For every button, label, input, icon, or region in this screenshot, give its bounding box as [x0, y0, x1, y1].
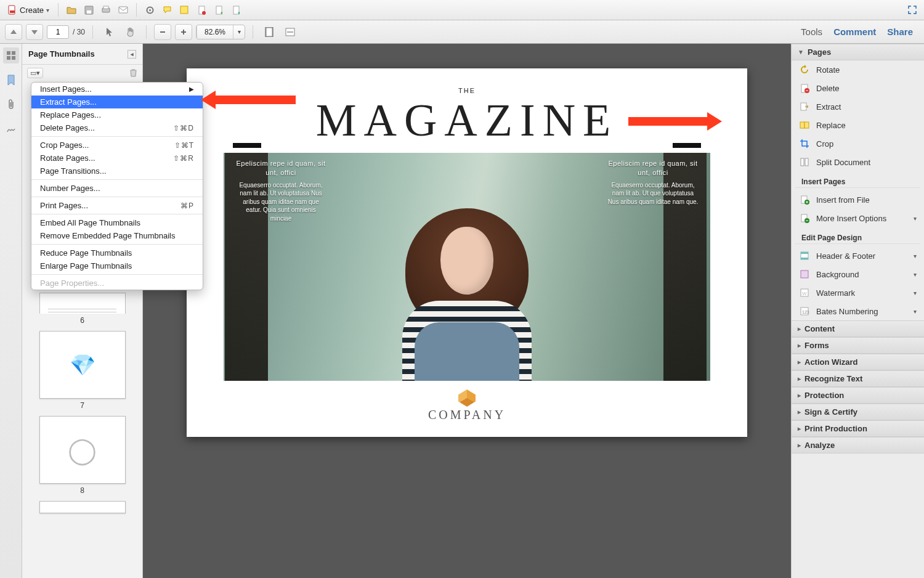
fit-page-button[interactable] [261, 24, 278, 40]
svg-rect-3 [87, 10, 91, 14]
context-menu-item[interactable]: Print Pages...⌘P [31, 199, 203, 212]
tools-item-label: Split Document [816, 158, 870, 167]
tools-item-label: Delete [816, 84, 840, 93]
disclosure-triangle-icon: ▸ [798, 359, 801, 365]
note-button[interactable] [176, 2, 192, 18]
context-menu-item[interactable]: Delete Pages...⇧⌘D [31, 121, 203, 134]
tools-item-label: Insert from File [816, 195, 870, 205]
signatures-tab-icon[interactable] [3, 121, 19, 137]
page-up-button[interactable] [5, 24, 22, 40]
annotation-arrow-left [201, 93, 296, 107]
bookmark-tab-icon[interactable] [3, 72, 19, 88]
tools-item-headerfooter[interactable]: Header & Footer▾ [792, 246, 924, 265]
collapsed-section-header[interactable]: ▸Forms [792, 337, 924, 354]
select-tool-button[interactable] [100, 24, 118, 40]
tools-item-rotate[interactable]: Rotate [792, 60, 924, 79]
collapsed-section-header[interactable]: ▸Action Wizard [792, 354, 924, 370]
tools-item-label: Crop [816, 139, 833, 149]
thumbnail-options-button[interactable]: ▭▾ [27, 68, 43, 78]
context-menu-item[interactable]: Extract Pages... [31, 96, 203, 108]
thumbnails-tab-icon[interactable] [3, 47, 19, 63]
zoom-out-button[interactable] [154, 24, 171, 40]
tools-item-label: Bates Numbering [816, 307, 878, 316]
context-menu-item[interactable]: Replace Pages... [31, 108, 203, 121]
tools-item-label: More Insert Options [816, 214, 886, 223]
disclosure-triangle-icon: ▸ [798, 409, 801, 415]
tab-share[interactable]: Share [887, 26, 913, 37]
svg-rect-23 [12, 56, 15, 60]
page-number-input[interactable] [47, 25, 69, 39]
collapsed-section-header[interactable]: ▸Content [792, 320, 924, 337]
delete-page-button[interactable] [193, 2, 209, 18]
tools-item-split[interactable]: Split Document [792, 153, 924, 171]
context-menu-item[interactable]: Enlarge Page Thumbnails [31, 259, 203, 272]
caret-down-icon: ▾ [233, 28, 245, 35]
context-menu-item[interactable]: Reduce Page Thumbnails [31, 246, 203, 259]
add-page-button[interactable] [211, 2, 227, 18]
headerfooter-icon [799, 250, 810, 261]
context-menu-item[interactable]: Insert Pages...▶ [31, 83, 203, 96]
print-button[interactable] [98, 2, 114, 18]
context-menu-item[interactable]: Page Transitions... [31, 165, 203, 177]
collapsed-section-header[interactable]: ▸Analyze [792, 437, 924, 454]
save-button[interactable] [81, 2, 97, 18]
thumbnail-item[interactable] [39, 501, 126, 513]
tools-item-background[interactable]: Background▾ [792, 265, 924, 283]
svg-text:123: 123 [802, 310, 809, 314]
section-title: Recognize Text [804, 374, 862, 383]
tools-item-delete[interactable]: Delete [792, 79, 924, 97]
tools-item-replace[interactable]: Replace [792, 116, 924, 134]
collapsed-section-header[interactable]: ▸Protection [792, 387, 924, 404]
page-down-button[interactable] [26, 24, 43, 40]
thumbnail-item[interactable]: 6 [39, 293, 126, 325]
thumbnail-item[interactable]: ◯ 8 [39, 416, 126, 495]
comment-bubble-button[interactable] [159, 2, 175, 18]
tab-tools[interactable]: Tools [801, 26, 822, 37]
context-menu-item[interactable]: Number Pages... [31, 182, 203, 195]
thumbnails-title: Page Thumbnails [28, 49, 95, 59]
context-menu-item[interactable]: Rotate Pages...⇧⌘R [31, 152, 203, 165]
tools-item-extract[interactable]: Extract [792, 97, 924, 116]
zoom-in-button[interactable] [175, 24, 192, 40]
tools-item-insert_file[interactable]: Insert from File [792, 190, 924, 209]
hand-tool-button[interactable] [121, 24, 139, 40]
magazine-the: THE [458, 87, 476, 94]
zoom-dropdown[interactable]: 82.6% ▾ [196, 25, 245, 39]
svg-rect-39 [801, 271, 808, 278]
section-pages-header[interactable]: ▼Pages [792, 44, 924, 60]
section-title: Pages [808, 47, 831, 57]
section-title: Forms [804, 341, 829, 350]
collapsed-section-header[interactable]: ▸Recognize Text [792, 370, 924, 387]
attachment-tab-icon[interactable] [3, 97, 19, 113]
section-title: Protection [804, 391, 844, 400]
create-dropdown[interactable]: Create ▾ [4, 4, 53, 16]
toolbar-separator [136, 3, 137, 17]
insert_file-icon [799, 194, 810, 205]
collapsed-section-header[interactable]: ▸Print Production [792, 420, 924, 437]
open-button[interactable] [63, 2, 79, 18]
fullscreen-button[interactable] [904, 2, 920, 18]
chevron-down-icon: ▾ [914, 215, 917, 222]
tools-item-bates[interactable]: 123Bates Numbering▾ [792, 302, 924, 320]
hero-text-heading: Epeliscim repe id quam, sit unt, offici [235, 159, 327, 177]
svg-rect-31 [805, 158, 808, 166]
edit-design-label: Edit Page Design [795, 230, 920, 244]
export-page-button[interactable] [228, 2, 244, 18]
context-menu-item[interactable]: Crop Pages...⇧⌘T [31, 139, 203, 152]
email-button[interactable] [115, 2, 131, 18]
context-menu-item[interactable]: Remove Embedded Page Thumbnails [31, 229, 203, 242]
settings-button[interactable] [142, 2, 158, 18]
context-menu-item[interactable]: Embed All Page Thumbnails [31, 216, 203, 229]
tools-item-watermark[interactable]: WWatermark▾ [792, 283, 924, 302]
annotation-arrow-right [628, 115, 722, 128]
tools-item-crop[interactable]: Crop [792, 134, 924, 153]
delete-thumbnail-button[interactable] [129, 68, 137, 77]
collapse-panel-button[interactable]: ◂ [128, 50, 136, 59]
collapsed-section-header[interactable]: ▸Sign & Certify [792, 404, 924, 420]
tools-item-more_insert[interactable]: More Insert Options▾ [792, 209, 924, 227]
thumbnail-item[interactable]: 💎 7 [39, 331, 126, 410]
fit-width-button[interactable] [282, 24, 299, 40]
svg-rect-17 [266, 28, 272, 36]
tools-panel: ▼Pages RotateDeleteExtractReplaceCropSpl… [791, 44, 924, 578]
tab-comment[interactable]: Comment [833, 26, 876, 37]
